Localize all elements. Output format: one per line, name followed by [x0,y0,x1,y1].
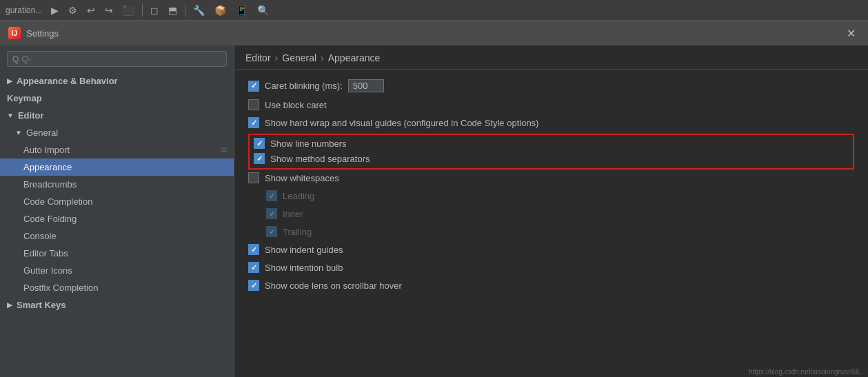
leading-label: Leading [283,191,314,201]
trailing-row: Trailing [266,226,854,237]
show-indent-guides-label: Show indent guides [265,245,343,255]
sidebar-item-appearance[interactable]: Appearance [0,159,234,176]
sidebar-item-breadcrumbs[interactable]: Breadcrumbs [0,176,234,193]
build-btn[interactable]: ⚙ [65,3,81,17]
emulator-btn[interactable]: 📱 [232,3,251,17]
show-code-lens-label: Show code lens on scrollbar hover [265,281,402,291]
sidebar-item-general[interactable]: ▼ General [0,124,234,141]
show-line-numbers-label: Show line numbers [270,139,347,149]
show-hard-wrap-row: Show hard wrap and visual guides (config… [248,117,854,128]
sidebar-item-label: Editor [18,110,44,121]
sidebar-item-smart-keys[interactable]: ▶ Smart Keys [0,296,234,314]
sidebar-item-label: Code Completion [23,196,92,207]
show-method-separators-row: Show method separators [254,153,849,164]
leading-row: Leading [266,190,854,201]
sidebar-item-code-folding[interactable]: Code Folding [0,210,234,227]
breadcrumb-editor: Editor [245,52,271,63]
sidebar-item-label: Keymap [7,93,42,103]
arrow-icon: ▼ [15,129,22,136]
toolbar-separator-2 [185,4,185,17]
use-block-caret-label: Use block caret [265,100,327,110]
breadcrumb-appearance: Appearance [328,52,381,63]
breadcrumb-sep-1: › [275,52,279,63]
main-panel: Editor › General › Appearance Caret blin… [234,45,868,377]
app-icon: IJ [8,27,21,39]
caret-blinking-label: Caret blinking (ms): [265,81,343,91]
show-whitespaces-row: Show whitespaces [248,172,854,183]
show-intention-bulb-label: Show intention bulb [265,263,343,273]
stop-btn[interactable]: ⬛ [119,3,138,17]
sdk-btn[interactable]: 📦 [211,3,230,17]
show-line-numbers-checkbox[interactable] [254,138,265,149]
sidebar-item-label: General [26,128,58,138]
main-content: Q ▶ Appearance & Behavior Keymap ▼ Edito… [0,45,868,377]
device-btn[interactable]: ◻ [147,3,162,17]
show-indent-guides-checkbox[interactable] [248,244,259,255]
show-line-numbers-row: Show line numbers [254,138,849,149]
sidebar-item-keymap[interactable]: Keymap [0,90,234,107]
undo-btn[interactable]: ↩ [83,3,99,17]
caret-blinking-row: Caret blinking (ms): [248,79,854,92]
sidebar-item-label: Console [23,231,57,241]
wrench-btn[interactable]: 🔧 [190,3,208,17]
search-input[interactable] [21,54,221,64]
caret-blinking-checkbox[interactable] [248,81,259,92]
breadcrumb: Editor › General › Appearance [234,45,868,70]
sidebar-item-label: Editor Tabs [23,248,68,258]
sidebar-item-gutter-icons[interactable]: Gutter Icons [0,262,234,279]
titlebar: IJ Settings ✕ [0,21,868,45]
arrow-icon: ▶ [7,77,12,85]
arrow-icon: ▶ [7,301,12,309]
show-hard-wrap-label: Show hard wrap and visual guides (config… [265,118,538,128]
toolbar: guration... ▶ ⚙ ↩ ↪ ⬛ ◻ ⬒ 🔧 📦 📱 🔍 [0,0,868,21]
settings-content: Caret blinking (ms): Use block caret Sho… [234,70,868,377]
show-intention-bulb-row: Show intention bulb [248,262,854,273]
show-code-lens-checkbox[interactable] [248,280,259,291]
run-btn[interactable]: ▶ [48,3,62,17]
arrow-icon: ▼ [7,112,14,119]
show-indent-guides-row: Show indent guides [248,244,854,255]
search-btn[interactable]: 🔍 [254,3,272,17]
sidebar-item-label: Smart Keys [17,300,66,310]
breadcrumb-sep-2: › [321,52,324,63]
highlight-box: Show line numbers Show method separators [248,134,854,170]
use-block-caret-checkbox[interactable] [248,99,259,110]
trailing-label: Trailing [283,227,312,237]
search-icon: Q [12,54,19,64]
show-hard-wrap-checkbox[interactable] [248,117,259,128]
show-method-separators-checkbox[interactable] [254,153,265,164]
sidebar-item-code-completion[interactable]: Code Completion [0,193,234,210]
use-block-caret-row: Use block caret [248,99,854,110]
sidebar-item-label: Appearance [23,162,72,172]
search-box[interactable]: Q [7,51,227,67]
toolbar-text: guration... [6,6,42,15]
show-code-lens-row: Show code lens on scrollbar hover [248,280,854,291]
sidebar-item-label: Appearance & Behavior [17,76,118,86]
sidebar-item-auto-import[interactable]: Auto Import ⧉ [0,141,234,159]
show-intention-bulb-checkbox[interactable] [248,262,259,273]
sidebar-item-label: Postfix Completion [23,283,98,293]
close-button[interactable]: ✕ [842,26,860,41]
show-whitespaces-checkbox[interactable] [248,172,259,183]
sidebar-item-label: Gutter Icons [23,265,72,276]
sidebar-item-label: Auto Import [23,145,70,155]
sidebar-item-postfix-completion[interactable]: Postfix Completion [0,279,234,296]
settings-window: guration... ▶ ⚙ ↩ ↪ ⬛ ◻ ⬒ 🔧 📦 📱 🔍 IJ Set… [0,0,868,377]
sidebar-item-editor[interactable]: ▼ Editor [0,107,234,124]
inner-checkbox [266,208,277,219]
show-whitespaces-label: Show whitespaces [265,173,339,183]
module-btn[interactable]: ⬒ [165,3,181,17]
inner-label: Inner [283,209,303,219]
window-title: Settings [26,28,842,39]
sidebar-item-appearance-behavior[interactable]: ▶ Appearance & Behavior [0,72,234,90]
sidebar: Q ▶ Appearance & Behavior Keymap ▼ Edito… [0,45,234,377]
caret-blinking-input[interactable] [348,79,384,92]
sidebar-item-label: Code Folding [23,214,77,224]
trailing-checkbox [266,226,277,237]
breadcrumb-general: General [282,52,316,63]
sidebar-item-editor-tabs[interactable]: Editor Tabs [0,245,234,262]
leading-checkbox [266,190,277,201]
toolbar-separator [142,4,143,17]
redo-btn[interactable]: ↪ [101,3,117,17]
sidebar-item-console[interactable]: Console [0,227,234,245]
